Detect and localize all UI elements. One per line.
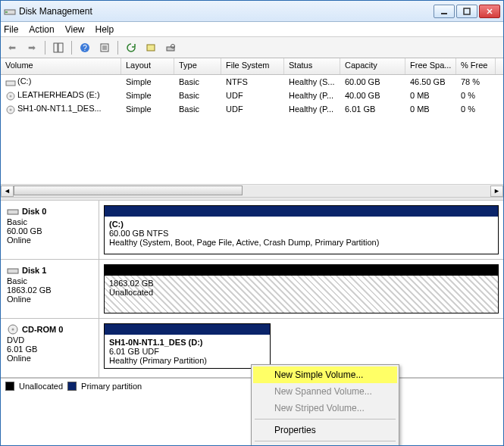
menu-new-striped-volume: New Striped Volume... (253, 400, 397, 416)
svg-rect-18 (8, 269, 18, 273)
disk-info[interactable]: Disk 0 Basic 60.00 GB Online (1, 201, 99, 259)
show-hide-button[interactable] (50, 39, 67, 56)
context-menu: New Simple Volume... New Spanned Volume.… (251, 364, 399, 445)
svg-rect-9 (147, 45, 155, 51)
disc-icon (5, 105, 16, 114)
menu-separator (255, 419, 396, 419)
rescan-button[interactable] (142, 39, 159, 56)
col-free[interactable]: Free Spa... (405, 58, 456, 74)
col-pct[interactable]: % Free (456, 58, 496, 74)
disk-row: Disk 0 Basic 60.00 GB Online (C:) 60.00 … (1, 201, 503, 260)
volume-row[interactable]: SH1-0N-NT1.1_DES... Simple Basic UDF Hea… (1, 102, 503, 116)
legend-label-primary: Primary partition (81, 382, 142, 391)
menu-action[interactable]: Action (29, 24, 54, 35)
action-button[interactable] (162, 39, 179, 56)
disk-graphical-view: Disk 0 Basic 60.00 GB Online (C:) 60.00 … (1, 201, 503, 378)
menu-new-simple-volume[interactable]: New Simple Volume... (253, 366, 397, 383)
col-filesystem[interactable]: File System (221, 58, 284, 74)
forward-button: ➡ (23, 39, 40, 56)
volume-header-primary (105, 206, 498, 217)
volume-list-hscroll[interactable]: ◄ ► (1, 184, 503, 197)
scroll-track[interactable] (14, 186, 490, 197)
svg-rect-3 (464, 8, 470, 14)
legend-swatch-primary (67, 382, 77, 391)
close-button[interactable] (479, 5, 500, 18)
svg-text:?: ? (83, 44, 87, 52)
legend-swatch-unallocated (5, 382, 14, 391)
volume-box[interactable]: (C:) 60.00 GB NTFS Healthy (System, Boot… (104, 205, 499, 254)
drive-icon (5, 78, 16, 87)
disk-info[interactable]: CD-ROM 0 DVD 6.01 GB Online (1, 319, 99, 377)
svg-rect-10 (167, 47, 174, 51)
app-icon (4, 5, 16, 17)
svg-rect-2 (441, 13, 447, 14)
menubar: File Action View Help (1, 22, 503, 37)
svg-rect-1 (5, 11, 8, 13)
menu-separator (255, 441, 396, 441)
svg-rect-17 (8, 210, 18, 214)
cdrom-icon (7, 323, 19, 335)
settings-button[interactable] (96, 39, 113, 56)
volume-header-primary (105, 324, 270, 335)
volume-box[interactable]: SH1-0N-NT1.1_DES (D:) 6.01 GB UDF Health… (104, 323, 271, 369)
scroll-left-button[interactable]: ◄ (1, 186, 14, 197)
refresh-button[interactable] (123, 39, 139, 56)
menu-help[interactable]: Help (95, 24, 114, 35)
volume-row[interactable]: LEATHERHEADS (E:) Simple Basic UDF Healt… (1, 89, 503, 102)
maximize-button[interactable] (456, 5, 477, 18)
col-status[interactable]: Status (284, 58, 340, 74)
menu-properties[interactable]: Properties (253, 422, 397, 438)
svg-point-20 (12, 329, 14, 331)
menu-new-spanned-volume: New Spanned Volume... (253, 383, 397, 400)
hdd-icon (7, 205, 19, 217)
window-title: Disk Management (19, 6, 434, 17)
svg-point-14 (10, 95, 12, 97)
disk-info[interactable]: Disk 1 Basic 1863.02 GB Online (1, 260, 99, 318)
menu-view[interactable]: View (65, 24, 85, 35)
svg-point-16 (10, 108, 12, 111)
disk-row: Disk 1 Basic 1863.02 GB Online 1863.02 G… (1, 260, 503, 319)
legend-label-unallocated: Unallocated (19, 382, 63, 391)
volume-header-unallocated (105, 265, 498, 276)
menu-help[interactable]: Help (253, 444, 397, 445)
col-type[interactable]: Type (174, 58, 221, 74)
content-area: Volume Layout Type File System Status Ca… (1, 58, 503, 445)
titlebar[interactable]: Disk Management (1, 1, 503, 22)
disk-management-window: Disk Management File Action View Help ⬅ … (0, 0, 504, 446)
toolbar: ⬅ ➡ ? (1, 37, 503, 58)
volume-row[interactable]: (C:) Simple Basic NTFS Healthy (S... 60.… (1, 75, 503, 89)
volume-list-header: Volume Layout Type File System Status Ca… (1, 58, 503, 75)
help-button[interactable]: ? (77, 39, 93, 56)
minimize-button[interactable] (434, 5, 455, 18)
back-button: ⬅ (4, 39, 20, 56)
svg-rect-4 (54, 43, 58, 52)
scroll-thumb[interactable] (14, 186, 243, 195)
scroll-right-button[interactable]: ► (490, 186, 503, 197)
col-volume[interactable]: Volume (1, 58, 121, 74)
menu-file[interactable]: File (4, 24, 18, 35)
svg-rect-5 (58, 43, 63, 52)
volume-list: (C:) Simple Basic NTFS Healthy (S... 60.… (1, 75, 503, 184)
col-layout[interactable]: Layout (121, 58, 174, 74)
volume-box-unallocated[interactable]: 1863.02 GB Unallocated (104, 264, 499, 313)
col-capacity[interactable]: Capacity (340, 58, 405, 74)
svg-rect-12 (6, 81, 15, 86)
disc-icon (5, 92, 16, 101)
hdd-icon (7, 264, 19, 276)
